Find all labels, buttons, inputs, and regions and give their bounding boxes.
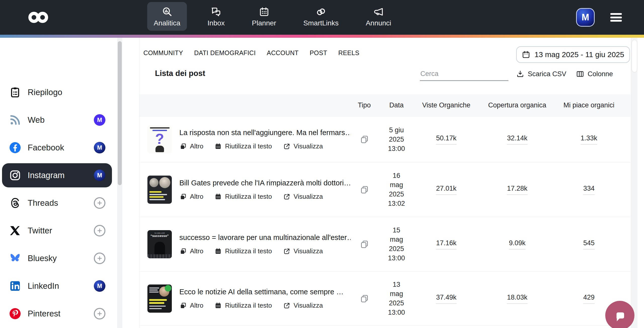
col-header-tipo: Tipo bbox=[351, 101, 378, 109]
tab-account[interactable]: ACCOUNT bbox=[267, 49, 299, 57]
add-account-button[interactable] bbox=[94, 197, 105, 209]
post-action-view[interactable]: Visualizza bbox=[283, 302, 323, 309]
add-account-button[interactable] bbox=[94, 253, 105, 264]
posts-table: Tipo Data Viste Organiche Copertura orga… bbox=[139, 94, 630, 326]
post-action-view[interactable]: Visualizza bbox=[283, 142, 323, 150]
post-thumbnail[interactable]: ? bbox=[147, 125, 172, 153]
plus-icon bbox=[97, 255, 103, 261]
tab-demographics[interactable]: DATI DEMOGRAFICI bbox=[194, 49, 256, 57]
app-window: Analitica Inbox P bbox=[0, 0, 644, 328]
tab-reels[interactable]: REELS bbox=[338, 49, 359, 57]
columns-button[interactable]: Colonne bbox=[576, 70, 613, 78]
plus-icon bbox=[97, 228, 103, 234]
sidebar-item-threads[interactable]: Threads bbox=[2, 191, 112, 215]
nav-label: Planner bbox=[252, 19, 276, 27]
page-scrollbar-thumb[interactable] bbox=[632, 40, 637, 72]
nav-item-planner[interactable]: Planner bbox=[245, 2, 283, 31]
sidebar-item-facebook[interactable]: Facebook M bbox=[2, 136, 112, 160]
sidebar-item-label: Web bbox=[28, 115, 94, 125]
action-label: Riutilizza il testo bbox=[225, 142, 272, 150]
post-action-view[interactable]: Visualizza bbox=[283, 247, 323, 255]
navbar-right: M bbox=[576, 0, 622, 35]
metric-viste[interactable]: 37.49k bbox=[436, 294, 456, 304]
action-label: Riutilizza il testo bbox=[225, 247, 272, 255]
sidebar-item-instagram[interactable]: Instagram M bbox=[2, 163, 112, 187]
post-action-more[interactable]: Altro bbox=[179, 247, 203, 255]
metric-viste[interactable]: 27.01k bbox=[436, 185, 456, 195]
search-input[interactable] bbox=[420, 68, 508, 81]
metric-copertura[interactable]: 17.28k bbox=[507, 185, 527, 195]
hamburger-menu-icon[interactable] bbox=[610, 13, 622, 22]
account-badge[interactable]: M bbox=[94, 114, 105, 126]
pinterest-icon bbox=[9, 308, 21, 320]
add-account-button[interactable] bbox=[94, 308, 105, 319]
action-label: Altro bbox=[190, 142, 203, 150]
analytics-search-icon bbox=[162, 7, 172, 17]
post-thumbnail[interactable] bbox=[147, 284, 172, 313]
external-link-icon bbox=[283, 248, 291, 255]
post-type-carousel-icon bbox=[351, 240, 378, 249]
metric-mi-piace[interactable]: 429 bbox=[583, 294, 594, 304]
action-label: Visualizza bbox=[294, 142, 323, 150]
post-action-view[interactable]: Visualizza bbox=[283, 193, 323, 200]
download-csv-button[interactable]: Scarica CSV bbox=[516, 70, 566, 78]
post-title: successo = lavorare per una multinaziona… bbox=[179, 233, 351, 242]
metric-mi-piace[interactable]: 1.33k bbox=[581, 134, 597, 145]
metric-copertura[interactable]: 32.14k bbox=[507, 134, 527, 145]
table-row: Ecco le notizie AI della settimana, come… bbox=[139, 271, 630, 326]
post-action-reuse[interactable]: Riutilizza il testo bbox=[214, 193, 272, 200]
calendar-icon bbox=[522, 51, 530, 59]
nav-item-inbox[interactable]: Inbox bbox=[201, 2, 231, 31]
metric-mi-piace[interactable]: 545 bbox=[583, 239, 594, 250]
post-action-more[interactable]: Altro bbox=[179, 302, 203, 309]
post-thumbnail[interactable] bbox=[147, 176, 172, 204]
sidebar-item-label: Pinterest bbox=[28, 309, 94, 318]
metric-viste[interactable]: 50.17k bbox=[436, 134, 456, 145]
account-badge[interactable]: M bbox=[94, 142, 105, 153]
metric-mi-piace[interactable]: 334 bbox=[583, 185, 594, 195]
sidebar-item-twitter[interactable]: Twitter bbox=[2, 219, 112, 243]
nav-label: Inbox bbox=[208, 19, 225, 27]
plus-icon bbox=[97, 200, 103, 206]
post-action-reuse[interactable]: Riutilizza il testo bbox=[214, 302, 272, 309]
account-badge[interactable]: M bbox=[94, 280, 105, 292]
account-badge[interactable]: M bbox=[94, 170, 105, 181]
avatar[interactable]: M bbox=[576, 8, 595, 27]
page-scrollbar[interactable] bbox=[631, 38, 637, 328]
table-row: ho visto umili“successo” successo = lavo… bbox=[139, 217, 630, 271]
metric-viste[interactable]: 17.16k bbox=[436, 239, 456, 250]
post-action-more[interactable]: Altro bbox=[179, 142, 203, 150]
search-field bbox=[420, 68, 508, 81]
post-action-reuse[interactable]: Riutilizza il testo bbox=[214, 247, 272, 255]
facebook-icon bbox=[9, 142, 21, 154]
copy-icon bbox=[179, 143, 187, 150]
sidebar-item-linkedin[interactable]: LinkedIn M bbox=[2, 274, 112, 298]
metric-copertura[interactable]: 18.03k bbox=[507, 294, 527, 304]
sidebar-scrollbar-thumb[interactable] bbox=[118, 41, 122, 185]
sidebar-item-summary[interactable]: Riepilogo bbox=[2, 80, 112, 104]
action-label: Altro bbox=[190, 302, 203, 309]
bluesky-butterfly-icon bbox=[9, 252, 21, 264]
external-link-icon bbox=[283, 302, 291, 309]
post-action-reuse[interactable]: Riutilizza il testo bbox=[214, 142, 272, 150]
sidebar-item-label: Twitter bbox=[28, 226, 94, 235]
post-action-more[interactable]: Altro bbox=[179, 193, 203, 200]
nav-item-ads[interactable]: Annunci bbox=[359, 2, 398, 31]
tab-community[interactable]: COMMUNITY bbox=[143, 49, 183, 57]
add-account-button[interactable] bbox=[94, 225, 105, 236]
nav-item-smartlinks[interactable]: SmartLinks bbox=[297, 2, 345, 31]
metric-copertura[interactable]: 9.09k bbox=[509, 239, 526, 250]
date-range-picker[interactable]: 13 mag 2025 - 11 giu 2025 bbox=[516, 46, 630, 63]
metricool-logo-icon[interactable] bbox=[28, 10, 48, 25]
sidebar-item-bluesky[interactable]: Bluesky bbox=[2, 246, 112, 270]
tab-post[interactable]: POST bbox=[310, 49, 327, 57]
sidebar-item-pinterest[interactable]: Pinterest bbox=[2, 302, 112, 326]
top-navbar: Analitica Inbox P bbox=[0, 0, 644, 35]
post-thumbnail[interactable]: ho visto umili“successo” bbox=[147, 230, 172, 258]
action-label: Visualizza bbox=[294, 247, 323, 255]
sidebar-item-web[interactable]: Web M bbox=[2, 108, 112, 132]
support-chat-button[interactable] bbox=[605, 301, 634, 328]
external-link-icon bbox=[283, 143, 291, 150]
nav-item-analytics[interactable]: Analitica bbox=[147, 2, 187, 31]
sidebar-scrollbar[interactable] bbox=[117, 38, 122, 328]
